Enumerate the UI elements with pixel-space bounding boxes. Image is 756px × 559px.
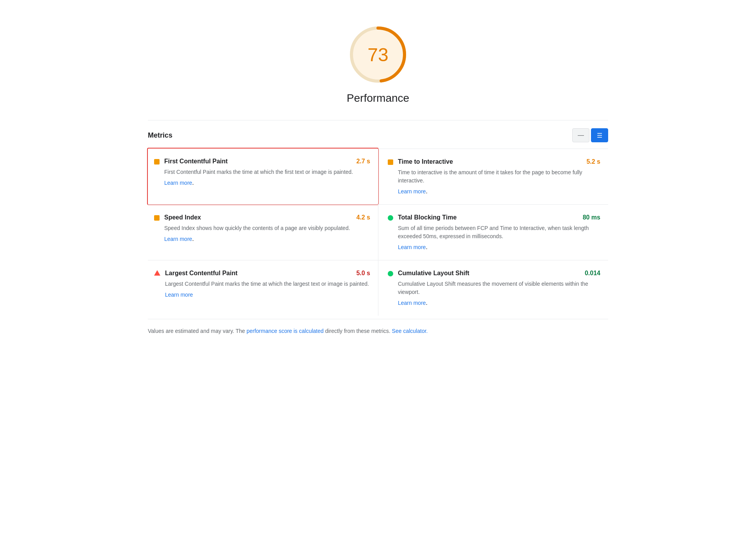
fcp-content: First Contentful Paint 2.7 s First Conte… <box>164 158 370 186</box>
lcp-description: Largest Contentful Paint marks the time … <box>165 280 370 288</box>
tti-description: Time to interactive is the amount of tim… <box>398 168 600 185</box>
lcp-icon <box>154 270 160 276</box>
fcp-learn-more[interactable]: Learn more <box>164 180 192 186</box>
tbt-icon <box>388 215 393 221</box>
cls-name: Cumulative Layout Shift <box>398 270 469 277</box>
cls-description: Cumulative Layout Shift measures the mov… <box>398 280 600 296</box>
metrics-header: Metrics — ☰ <box>148 128 608 142</box>
footer-note: Values are estimated and may vary. The p… <box>148 319 608 335</box>
cls-value: 0.014 <box>585 270 600 277</box>
tbt-value: 80 ms <box>583 214 600 221</box>
score-value: 73 <box>367 44 388 65</box>
metric-si: Speed Index 4.2 s Speed Index shows how … <box>148 204 378 260</box>
tti-name: Time to Interactive <box>398 158 453 165</box>
score-label: Performance <box>347 92 409 104</box>
metric-tbt: Total Blocking Time 80 ms Sum of all tim… <box>378 204 608 260</box>
footer-text-before: Values are estimated and may vary. The <box>148 328 247 334</box>
tbt-learn-more[interactable]: Learn more <box>398 244 426 250</box>
list-icon: — <box>578 132 584 139</box>
tti-content: Time to Interactive 5.2 s Time to intera… <box>398 158 600 195</box>
si-icon <box>154 215 160 221</box>
metrics-grid: First Contentful Paint 2.7 s First Conte… <box>148 149 608 316</box>
list-view-button[interactable]: — <box>572 128 589 142</box>
metric-tti: Time to Interactive 5.2 s Time to intera… <box>378 149 608 204</box>
tbt-content: Total Blocking Time 80 ms Sum of all tim… <box>398 214 600 251</box>
score-circle: 73 <box>347 23 409 86</box>
cls-icon <box>388 271 393 276</box>
fcp-description: First Contentful Paint marks the time at… <box>164 168 370 176</box>
si-description: Speed Index shows how quickly the conten… <box>164 224 370 232</box>
fcp-icon <box>154 159 160 165</box>
lcp-learn-more[interactable]: Learn more <box>165 292 193 298</box>
fcp-name: First Contentful Paint <box>164 158 228 165</box>
lcp-content: Largest Contentful Paint 5.0 s Largest C… <box>165 270 370 298</box>
tti-value: 5.2 s <box>586 158 600 165</box>
si-value: 4.2 s <box>356 214 370 221</box>
tti-icon <box>388 159 393 165</box>
tti-period: . <box>426 188 428 195</box>
metrics-section: Metrics — ☰ First Contentful Paint 2.7 s… <box>148 120 608 316</box>
si-period: . <box>192 235 194 242</box>
si-content: Speed Index 4.2 s Speed Index shows how … <box>164 214 370 242</box>
tbt-period: . <box>426 244 428 250</box>
score-section: 73 Performance <box>148 16 608 104</box>
cls-period: . <box>426 299 428 306</box>
footer-text-middle: directly from these metrics. <box>324 328 392 334</box>
lcp-value: 5.0 s <box>356 270 370 277</box>
tbt-description: Sum of all time periods between FCP and … <box>398 224 600 241</box>
metric-lcp: Largest Contentful Paint 5.0 s Largest C… <box>148 260 378 316</box>
lcp-name: Largest Contentful Paint <box>165 270 238 277</box>
detail-icon: ☰ <box>597 132 602 139</box>
view-toggle: — ☰ <box>572 128 608 142</box>
metric-cls: Cumulative Layout Shift 0.014 Cumulative… <box>378 260 608 316</box>
cls-content: Cumulative Layout Shift 0.014 Cumulative… <box>398 270 600 306</box>
tbt-name: Total Blocking Time <box>398 214 457 221</box>
cls-learn-more[interactable]: Learn more <box>398 300 426 306</box>
si-learn-more[interactable]: Learn more <box>164 236 192 242</box>
fcp-value: 2.7 s <box>356 158 370 165</box>
metric-fcp: First Contentful Paint 2.7 s First Conte… <box>147 148 379 205</box>
footer-link-see-calculator[interactable]: See calculator. <box>392 328 428 334</box>
detail-view-button[interactable]: ☰ <box>591 128 608 142</box>
footer-link-calculator[interactable]: performance score is calculated <box>247 328 324 334</box>
si-name: Speed Index <box>164 214 201 221</box>
tti-learn-more[interactable]: Learn more <box>398 188 426 195</box>
fcp-period: . <box>192 179 194 186</box>
metrics-title: Metrics <box>148 131 172 140</box>
